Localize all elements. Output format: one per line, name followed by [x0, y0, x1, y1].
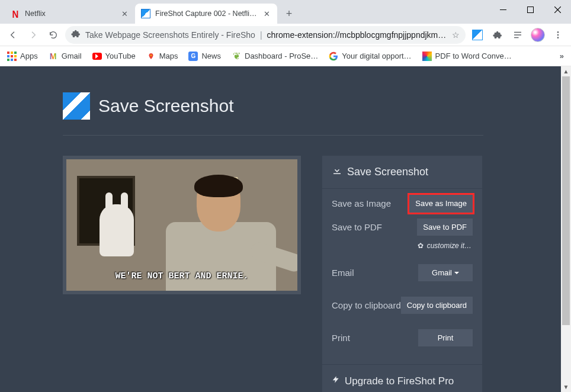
screenshot-preview[interactable]: WE'RE NOT BERT AND ERNIE.: [63, 156, 301, 294]
bookmark-apps[interactable]: Apps: [7, 52, 38, 61]
back-button[interactable]: [5, 27, 21, 43]
reload-button[interactable]: [45, 27, 62, 43]
bookmark-gmail[interactable]: M Gmail: [49, 52, 82, 61]
tab-title: Netflix: [25, 9, 115, 18]
browser-toolbar: Take Webpage Screenshots Entirely - Fire…: [0, 24, 571, 46]
bookmark-label: Apps: [20, 52, 38, 60]
bookmark-pdf[interactable]: PDF to Word Conve…: [422, 52, 512, 61]
extension-icon: [71, 29, 81, 40]
fireshot-extension-button[interactable]: [469, 27, 486, 43]
tab-strip: N Netflix ✕ FireShot Capture 002 - Netfl…: [0, 0, 571, 24]
bookmark-label: News: [201, 52, 221, 60]
save-panel: Save Screenshot Save as Image Save as Im…: [322, 156, 482, 392]
svg-point-4: [557, 31, 559, 33]
maps-icon: [146, 52, 156, 61]
new-tab-button[interactable]: +: [281, 5, 297, 22]
svg-rect-1: [527, 7, 533, 12]
print-label: Print: [332, 333, 350, 343]
svg-point-7: [150, 54, 152, 56]
tab-close-button[interactable]: ✕: [262, 9, 271, 18]
bookmark-dashboard[interactable]: ❦ Dashboard - ProSe…: [232, 52, 318, 61]
scroll-up-arrow[interactable]: ▲: [561, 66, 571, 76]
bookmark-label: Gmail: [62, 52, 82, 60]
bookmark-label: PDF to Word Conve…: [435, 52, 512, 60]
copy-to-clipboard-button[interactable]: Copy to clipboard: [401, 297, 473, 314]
window-close-button[interactable]: [544, 0, 571, 19]
address-bar[interactable]: Take Webpage Screenshots Entirely - Fire…: [65, 26, 466, 44]
svg-point-6: [557, 37, 559, 38]
extensions-button[interactable]: [489, 27, 506, 43]
bookmark-news[interactable]: G News: [188, 52, 221, 61]
separator: |: [260, 30, 262, 40]
download-icon: [332, 165, 342, 179]
window-maximize-button[interactable]: [517, 0, 544, 19]
email-gmail-button[interactable]: Gmail: [418, 264, 473, 281]
save-image-label: Save as Image: [332, 198, 391, 208]
vertical-scrollbar[interactable]: ▲ ▼: [561, 66, 571, 392]
youtube-icon: [92, 52, 102, 61]
tab-netflix[interactable]: N Netflix ✕: [5, 4, 135, 24]
save-as-image-button[interactable]: Save as Image: [409, 195, 473, 213]
google-g-icon: [329, 52, 338, 61]
bookmark-label: Maps: [159, 52, 178, 60]
gmail-icon: M: [49, 52, 58, 61]
fireshot-icon: [141, 9, 150, 18]
tab-title: FireShot Capture 002 - Netflix - v: [155, 9, 257, 18]
bookmark-maps[interactable]: Maps: [146, 52, 178, 61]
chevron-down-icon: [454, 272, 459, 274]
page-title: Save Screenshot: [98, 96, 233, 116]
fireshot-logo-icon: [63, 92, 90, 120]
chrome-menu-button[interactable]: [550, 27, 566, 43]
reading-list-button[interactable]: [509, 27, 526, 43]
save-pdf-label: Save to PDF: [332, 222, 382, 232]
clipboard-label: Copy to clipboard: [332, 300, 401, 310]
bookmark-label: Dashboard - ProSe…: [245, 52, 318, 60]
upgrade-link[interactable]: Upgrade to FireShot Pro: [322, 364, 482, 392]
screenshot-caption: WE'RE NOT BERT AND ERNIE.: [66, 271, 297, 281]
bookmark-label: Your digital opport…: [342, 52, 411, 60]
tab-fireshot[interactable]: FireShot Capture 002 - Netflix - v ✕: [135, 4, 277, 24]
apps-icon: [7, 52, 17, 61]
save-to-pdf-button[interactable]: Save to PDF: [417, 219, 473, 236]
page-content: Save Screenshot WE'RE NOT BERT: [0, 66, 561, 392]
customize-link[interactable]: ✿ customize it…: [332, 242, 473, 264]
forward-button[interactable]: [25, 27, 41, 43]
url-text: chrome-extension://mcbpblocgmgfnpjjppndj…: [267, 30, 447, 40]
lightning-icon: [332, 374, 340, 388]
proserve-icon: ❦: [232, 52, 241, 61]
print-button[interactable]: Print: [418, 329, 473, 346]
news-icon: G: [188, 52, 198, 61]
bookmarks-overflow-button[interactable]: »: [560, 52, 564, 60]
bookmark-star-icon[interactable]: ☆: [452, 30, 460, 40]
scroll-down-arrow[interactable]: ▼: [561, 382, 571, 392]
bookmark-digital[interactable]: Your digital opport…: [329, 52, 411, 61]
scrollbar-thumb[interactable]: [562, 76, 570, 325]
pdf-icon: [422, 52, 432, 61]
panel-title: Save Screenshot: [347, 166, 428, 178]
window-minimize-button[interactable]: [489, 0, 517, 19]
tab-close-button[interactable]: ✕: [120, 9, 129, 18]
svg-point-5: [557, 34, 559, 36]
netflix-icon: N: [11, 9, 20, 18]
upgrade-text: Upgrade to FireShot Pro: [345, 375, 454, 387]
bookmark-label: YouTube: [105, 52, 136, 60]
extension-name: Take Webpage Screenshots Entirely - Fire…: [85, 30, 255, 40]
gear-icon: ✿: [418, 242, 424, 250]
bookmarks-bar: Apps M Gmail YouTube Maps G News ❦ Dashb…: [0, 46, 571, 66]
profile-avatar[interactable]: [530, 27, 546, 43]
email-label: Email: [332, 268, 354, 278]
bookmark-youtube[interactable]: YouTube: [92, 52, 136, 61]
